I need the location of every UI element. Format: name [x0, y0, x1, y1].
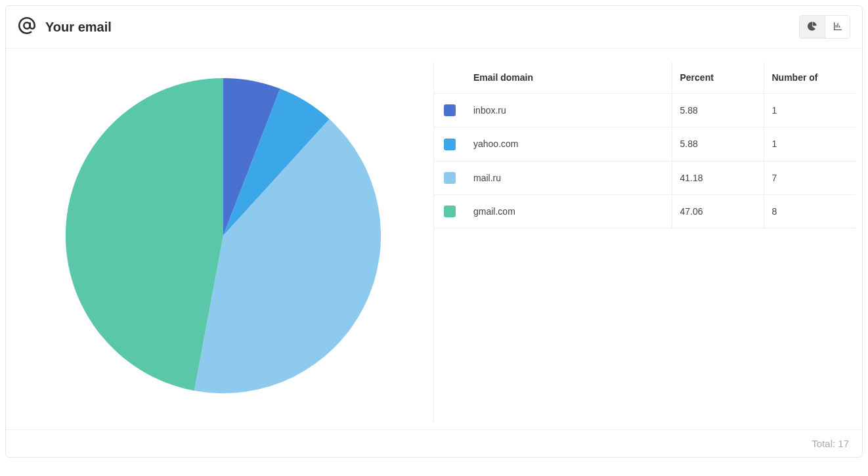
total-label: Total: — [812, 438, 835, 449]
title-wrap: Your email — [18, 16, 112, 37]
swatch-cell — [434, 127, 466, 161]
table-row: inbox.ru5.881 — [434, 94, 856, 127]
at-sign-icon — [18, 16, 36, 37]
pie-chart-icon — [807, 21, 817, 33]
color-swatch — [444, 104, 456, 116]
pie-svg — [62, 75, 384, 397]
card-footer: Total: 17 — [6, 429, 862, 457]
swatch-cell — [434, 94, 466, 127]
percent-cell: 5.88 — [672, 127, 764, 161]
card-body: Email domain Percent Number of inbox.ru5… — [6, 49, 862, 429]
table-column: Email domain Percent Number of inbox.ru5… — [434, 62, 856, 423]
number-cell: 8 — [764, 194, 856, 228]
domain-cell: gmail.com — [466, 194, 672, 228]
domain-cell: yahoo.com — [466, 127, 672, 161]
percent-cell: 41.18 — [672, 161, 764, 194]
number-cell: 1 — [764, 94, 856, 127]
color-swatch — [444, 206, 456, 217]
chart-column — [12, 62, 434, 423]
number-cell: 1 — [764, 127, 856, 161]
card-header: Your email — [6, 6, 862, 49]
bar-chart-icon — [833, 21, 843, 33]
total-value: 17 — [838, 438, 849, 449]
table-row: mail.ru41.187 — [434, 161, 856, 194]
table-header-row: Email domain Percent Number of — [434, 62, 856, 94]
header-number: Number of — [764, 62, 856, 94]
color-swatch — [444, 172, 456, 184]
percent-cell: 5.88 — [672, 94, 764, 127]
swatch-cell — [434, 161, 466, 194]
swatch-cell — [434, 194, 466, 228]
domain-cell: mail.ru — [466, 161, 672, 194]
email-domain-table: Email domain Percent Number of inbox.ru5… — [434, 62, 856, 228]
bar-view-button[interactable] — [825, 16, 850, 38]
header-swatch — [434, 62, 466, 94]
table-row: gmail.com47.068 — [434, 194, 856, 228]
svg-point-0 — [24, 22, 30, 28]
view-toggle-group — [799, 15, 850, 39]
email-card: Your email — [5, 5, 863, 458]
pie-chart — [62, 75, 384, 397]
header-percent: Percent — [672, 62, 764, 94]
domain-cell: inbox.ru — [466, 94, 672, 127]
card-title: Your email — [45, 20, 112, 35]
table-row: yahoo.com5.881 — [434, 127, 856, 161]
pie-slice[interactable] — [65, 78, 223, 391]
number-cell: 7 — [764, 161, 856, 194]
header-domain: Email domain — [466, 62, 672, 94]
color-swatch — [444, 139, 456, 150]
percent-cell: 47.06 — [672, 194, 764, 228]
pie-view-button[interactable] — [800, 16, 825, 38]
